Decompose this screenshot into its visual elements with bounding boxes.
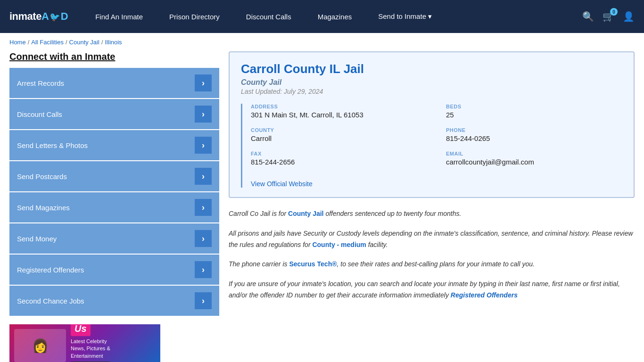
sidebar: Connect with an Inmate Arrest Records › …	[9, 51, 219, 362]
user-icon[interactable]: 👤	[623, 11, 635, 22]
sidebar-item-send-money[interactable]: Send Money ›	[9, 223, 219, 254]
desc-p1-bold: County Jail	[288, 210, 323, 217]
sidebar-item-label: Send Money	[17, 235, 57, 243]
arrow-icon: ›	[195, 137, 212, 154]
arrow-icon: ›	[195, 261, 212, 278]
main-nav: Find An Inmate Prison Directory Discount…	[82, 0, 582, 33]
sidebar-item-send-letters[interactable]: Send Letters & Photos ›	[9, 130, 219, 160]
sidebar-item-discount-calls[interactable]: Discount Calls ›	[9, 99, 219, 129]
desc-p4-bold[interactable]: Registered Offenders	[451, 291, 518, 299]
arrow-icon: ›	[195, 168, 212, 185]
address-label: ADDRESS	[251, 104, 427, 109]
sidebar-item-arrest-records[interactable]: Arrest Records ›	[9, 68, 219, 98]
facility-card: Carroll County IL Jail County Jail Last …	[229, 51, 635, 198]
desc-p3-bold: Securus Tech®	[289, 260, 337, 268]
desc-p4-text: If you are unsure of your inmate's locat…	[229, 280, 620, 299]
sidebar-item-label: Registered Offenders	[17, 266, 84, 274]
email-value: carrollcountyjail@gmail.com	[446, 158, 622, 166]
beds-value: 25	[446, 111, 622, 119]
site-header: inmateA🐦D Find An Inmate Prison Director…	[0, 0, 644, 33]
cart-badge: 0	[610, 8, 618, 16]
facility-updated: Last Updated: July 29, 2024	[241, 88, 622, 95]
breadcrumb-county-jail[interactable]: County Jail	[69, 39, 99, 46]
desc-p2-after: facility.	[366, 241, 388, 248]
description-p2: All prisons and jails have Security or C…	[229, 228, 635, 251]
view-official-website-link[interactable]: View Official Website	[251, 180, 313, 188]
nav-magazines[interactable]: Magazines	[305, 0, 365, 33]
advertisement: 👩 Us Latest CelebrityNews, Pictures &Ent…	[9, 324, 160, 362]
ad-image: 👩	[14, 329, 66, 362]
description-p3: The phone carrier is Securus Tech®, to s…	[229, 259, 635, 270]
county-label: COUNTY	[251, 127, 427, 133]
main-content: Carroll County IL Jail County Jail Last …	[229, 51, 635, 362]
address-group: ADDRESS 301 N Main St, Mt. Carroll, IL 6…	[251, 104, 427, 119]
sidebar-item-registered-offenders[interactable]: Registered Offenders ›	[9, 255, 219, 285]
email-group: EMAIL carrollcountyjail@gmail.com	[446, 151, 622, 166]
desc-p2-bold: County - medium	[312, 241, 366, 248]
cart-icon[interactable]: 🛒 0	[603, 11, 614, 22]
beds-group: BEDS 25	[446, 104, 622, 119]
breadcrumb-home[interactable]: Home	[9, 39, 26, 46]
arrow-icon: ›	[195, 292, 212, 309]
county-group: COUNTY Carroll	[251, 127, 427, 142]
desc-p1-after: offenders sentenced up to twenty four mo…	[324, 210, 462, 217]
arrow-icon: ›	[195, 199, 212, 216]
arrow-icon: ›	[195, 74, 212, 91]
fax-label: FAX	[251, 151, 427, 156]
email-label: EMAIL	[446, 151, 622, 156]
header-icons: 🔍 🛒 0 👤	[582, 11, 635, 22]
sidebar-item-label: Send Magazines	[17, 204, 70, 212]
phone-group: PHONE 815-244-0265	[446, 127, 622, 142]
beds-label: BEDS	[446, 104, 622, 109]
description-p1: Carroll Co Jail is for County Jail offen…	[229, 208, 635, 220]
sidebar-title: Connect with an Inmate	[9, 51, 219, 62]
sidebar-item-send-postcards[interactable]: Send Postcards ›	[9, 161, 219, 191]
facility-type: County Jail	[241, 78, 622, 87]
fax-group: FAX 815-244-2656	[251, 151, 427, 166]
nav-discount-calls[interactable]: Discount Calls	[233, 0, 305, 33]
sidebar-item-label: Arrest Records	[17, 79, 64, 87]
sidebar-item-label: Send Letters & Photos	[17, 141, 88, 149]
facility-details: ADDRESS 301 N Main St, Mt. Carroll, IL 6…	[241, 104, 622, 188]
phone-value: 815-244-0265	[446, 134, 622, 142]
fax-value: 815-244-2656	[251, 158, 427, 166]
sidebar-item-label: Discount Calls	[17, 110, 62, 118]
breadcrumb-illinois[interactable]: Illinois	[105, 39, 122, 46]
nav-send-to-inmate[interactable]: Send to Inmate ▾	[365, 0, 445, 33]
ad-text: Latest CelebrityNews, Pictures &Entertai…	[71, 338, 110, 360]
search-icon[interactable]: 🔍	[582, 11, 594, 22]
facility-name: Carroll County IL Jail	[241, 62, 622, 76]
sidebar-menu: Arrest Records › Discount Calls › Send L…	[9, 68, 219, 316]
arrow-icon: ›	[195, 106, 212, 123]
main-layout: Connect with an Inmate Arrest Records › …	[0, 51, 644, 362]
ad-logo: Us	[71, 324, 91, 336]
facility-description: Carroll Co Jail is for County Jail offen…	[229, 208, 635, 301]
desc-p1-before: Carroll Co Jail is for	[229, 210, 288, 217]
sidebar-item-label: Second Chance Jobs	[17, 297, 84, 305]
breadcrumb-all-facilities[interactable]: All Facilities	[31, 39, 64, 46]
phone-label: PHONE	[446, 127, 622, 133]
arrow-icon: ›	[195, 230, 212, 247]
address-value: 301 N Main St, Mt. Carroll, IL 61053	[251, 111, 427, 119]
breadcrumb: Home / All Facilities / County Jail / Il…	[0, 33, 644, 51]
county-value: Carroll	[251, 134, 427, 142]
desc-p3-after: , to see their rates and best-calling pl…	[337, 260, 535, 268]
sidebar-item-send-magazines[interactable]: Send Magazines ›	[9, 192, 219, 222]
desc-p2-text: All prisons and jails have Security or C…	[229, 230, 633, 248]
sidebar-item-second-chance-jobs[interactable]: Second Chance Jobs ›	[9, 286, 219, 316]
nav-find-inmate[interactable]: Find An Inmate	[82, 0, 156, 33]
description-p4: If you are unsure of your inmate's locat…	[229, 279, 635, 301]
logo[interactable]: inmateA🐦D	[9, 10, 68, 23]
nav-prison-directory[interactable]: Prison Directory	[156, 0, 233, 33]
sidebar-item-label: Send Postcards	[17, 173, 67, 181]
logo-text: inmateA🐦D	[9, 10, 68, 23]
ad-content: Us Latest CelebrityNews, Pictures &Enter…	[71, 324, 110, 362]
website-group: View Official Website	[251, 174, 622, 188]
desc-p3-before: The phone carrier is	[229, 260, 289, 268]
